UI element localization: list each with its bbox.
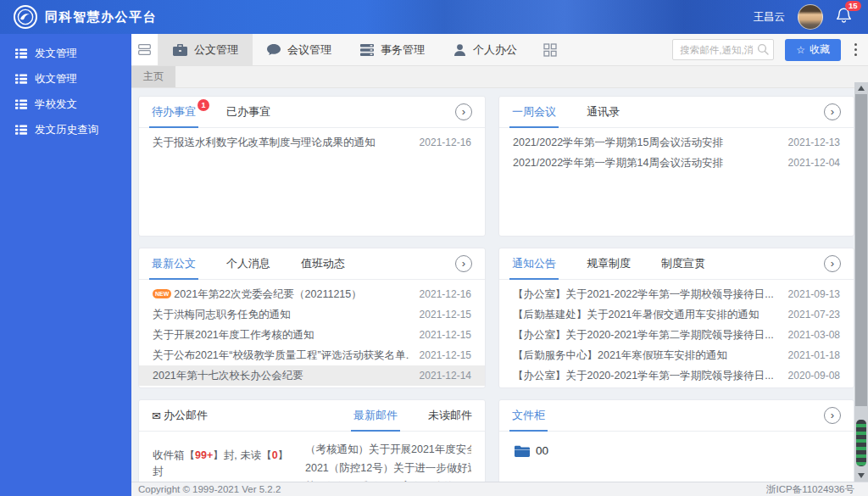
sidebar-item-school-docs[interactable]: 学校发文 bbox=[0, 92, 131, 117]
user-icon bbox=[453, 44, 466, 56]
icp-number: 浙ICP备11024936号 bbox=[766, 483, 854, 496]
tab-latest-mail[interactable]: 最新邮件 bbox=[353, 400, 398, 431]
new-badge: NEW bbox=[153, 289, 171, 298]
menu-list-icon bbox=[15, 99, 27, 109]
notices-more-button[interactable]: › bbox=[824, 255, 841, 272]
tab-weekly-meetings[interactable]: 一周会议 bbox=[512, 97, 556, 127]
list-item[interactable]: 关于报送水利数字化改革制度与理论成果的通知 2021-12-16 bbox=[139, 132, 485, 153]
module-tab-personal-office[interactable]: 个人办公 bbox=[439, 34, 531, 65]
list-item[interactable]: 【办公室】关于2020-2021学年第一学期院领导接待日... 2020-09-… bbox=[499, 365, 854, 386]
sidebar-item-incoming-docs[interactable]: 收文管理 bbox=[0, 66, 131, 92]
favorite-button[interactable]: ☆ 收藏 bbox=[785, 39, 841, 61]
inbox-count: 99+ bbox=[195, 449, 213, 461]
dashboard-content: 待办事宜 1 已办事宜 › 关于报送水利数字化改革制度与理论成果的通知 2021… bbox=[131, 88, 868, 496]
tab-contacts[interactable]: 通讯录 bbox=[587, 97, 620, 127]
list-item[interactable]: 【办公室】关于2020-2021学年第二学期院领导接待日... 2021-03-… bbox=[499, 325, 854, 345]
unread-count: 0 bbox=[272, 449, 278, 461]
favorite-button-label: 收藏 bbox=[810, 42, 830, 57]
list-item[interactable]: 【后勤服务中心】2021年寒假班车安排的通知 2021-01-18 bbox=[499, 345, 854, 365]
tab-todo-items[interactable]: 待办事宜 1 bbox=[152, 97, 196, 127]
sidebar-item-label: 收文管理 bbox=[35, 72, 77, 86]
list-item[interactable]: 关于公布2021年“校级教学质量工程”评选活动获奖名单... 2021-12-1… bbox=[139, 345, 485, 365]
tab-done-items[interactable]: 已办事宜 bbox=[226, 97, 270, 127]
meetings-more-button[interactable]: › bbox=[824, 103, 841, 120]
weekly-meetings-card: 一周会议 通讯录 › 2021/2022学年第一学期第15周会议活动安排 202… bbox=[498, 96, 854, 237]
folder-item[interactable]: 00 bbox=[515, 444, 838, 457]
search-icon[interactable] bbox=[757, 43, 769, 55]
server-stack-icon bbox=[360, 44, 374, 56]
more-apps-button[interactable] bbox=[531, 34, 569, 65]
chat-bubble-icon bbox=[267, 44, 281, 56]
module-tab-label: 事务管理 bbox=[381, 42, 425, 58]
page-tab-row: 主页 bbox=[131, 66, 868, 88]
user-name[interactable]: 王昌云 bbox=[754, 10, 786, 25]
notification-count-badge: 15 bbox=[845, 1, 861, 11]
tab-home[interactable]: 主页 bbox=[131, 66, 175, 87]
module-tab-label: 公文管理 bbox=[194, 42, 238, 58]
latest-docs-card: 最新公文 个人消息 值班动态 › NEW2021年第22次党委会纪要（20211… bbox=[138, 248, 486, 388]
todo-count-badge: 1 bbox=[198, 99, 209, 111]
todo-more-button[interactable]: › bbox=[455, 103, 472, 120]
module-tab-label: 会议管理 bbox=[287, 42, 331, 58]
tab-file-cabinet[interactable]: 文件柜 bbox=[512, 400, 545, 431]
top-header-bar: 同科智慧办公平台 王昌云 15 bbox=[0, 0, 868, 34]
module-tab-document-mgmt[interactable]: 公文管理 bbox=[159, 34, 253, 65]
menu-list-icon bbox=[15, 125, 27, 135]
list-item[interactable]: 2021/2022学年第一学期第15周会议活动安排 2021-12-13 bbox=[499, 132, 854, 153]
tab-latest-docs[interactable]: 最新公文 bbox=[152, 248, 196, 279]
sidebar-item-label: 发文管理 bbox=[35, 47, 77, 61]
list-item[interactable]: 【后勤基建处】关于2021年暑假交通用车安排的通知 2021-07-23 bbox=[499, 304, 854, 325]
latest-docs-more-button[interactable]: › bbox=[455, 255, 472, 272]
list-item[interactable]: NEW2021年第22次党委会纪要（20211215） 2021-12-16 bbox=[139, 284, 485, 304]
scrollbar-down-arrow-icon[interactable] bbox=[858, 473, 865, 478]
tab-personal-messages[interactable]: 个人消息 bbox=[226, 248, 270, 279]
mail-item[interactable]: （考核通知）关于开展2021年度安全生产暨... bbox=[305, 440, 471, 459]
mail-item[interactable]: 2021（防控12号）关于进一步做好近期校园... bbox=[305, 459, 471, 477]
notices-card: 通知公告 规章制度 制度宣贯 › 【办公室】关于2021-2022学年第一学期校… bbox=[498, 248, 854, 388]
mail-card-title: ✉ 办公邮件 bbox=[152, 408, 208, 423]
menu-list-icon bbox=[15, 74, 27, 84]
sidebar-item-outgoing-docs[interactable]: 发文管理 bbox=[0, 41, 131, 66]
sidebar-item-label: 发文历史查询 bbox=[35, 123, 98, 137]
footer: Copyright © 1999-2021 Ver 5.2.2 浙ICP备110… bbox=[131, 482, 868, 496]
grid-apps-icon bbox=[543, 43, 557, 57]
file-cabinet-more-button[interactable]: › bbox=[824, 407, 841, 424]
module-tab-label: 个人办公 bbox=[473, 42, 517, 58]
folder-label: 00 bbox=[536, 444, 548, 457]
vertical-scrollbar[interactable] bbox=[854, 82, 868, 482]
more-options-button[interactable] bbox=[852, 40, 860, 59]
module-tab-affairs-mgmt[interactable]: 事务管理 bbox=[346, 34, 439, 65]
notification-bell-button[interactable]: 15 bbox=[836, 7, 854, 27]
module-tab-meeting-mgmt[interactable]: 会议管理 bbox=[253, 34, 346, 65]
panel-icon bbox=[138, 44, 151, 55]
todo-card: 待办事宜 1 已办事宜 › 关于报送水利数字化改革制度与理论成果的通知 2021… bbox=[138, 96, 486, 237]
sidebar-item-label: 学校发文 bbox=[35, 98, 77, 112]
app-logo-icon bbox=[14, 5, 37, 29]
tab-policy-promotion[interactable]: 制度宣贯 bbox=[661, 248, 705, 279]
list-item[interactable]: 2021年第十七次校长办公会纪要 2021-12-14 bbox=[139, 365, 485, 386]
app-title: 同科智慧办公平台 bbox=[45, 9, 157, 25]
main-area: 公文管理 会议管理 事务管理 个人办公 bbox=[131, 34, 868, 496]
sidebar-item-doc-history[interactable]: 发文历史查询 bbox=[0, 117, 131, 142]
tab-regulations[interactable]: 规章制度 bbox=[587, 248, 631, 279]
list-item[interactable]: 2021/2022学年第一学期第14周会议活动安排 2021-12-04 bbox=[499, 153, 854, 173]
menu-list-icon bbox=[15, 48, 27, 59]
star-icon: ☆ bbox=[796, 44, 805, 56]
copyright-text: Copyright © 1999-2021 Ver 5.2.2 bbox=[138, 484, 281, 494]
user-avatar[interactable] bbox=[798, 4, 823, 30]
folder-icon bbox=[515, 445, 530, 457]
list-item[interactable]: 关于洪梅同志职务任免的通知 2021-12-15 bbox=[139, 304, 485, 325]
scrollbar-thumb[interactable] bbox=[855, 94, 867, 406]
briefcase-icon bbox=[173, 44, 187, 56]
envelope-icon: ✉ bbox=[152, 410, 161, 422]
scrollbar-up-arrow-icon[interactable] bbox=[858, 86, 865, 91]
list-item[interactable]: 【办公室】关于2021-2022学年第一学期校领导接待日... 2021-09-… bbox=[499, 284, 854, 304]
collapse-menu-button[interactable] bbox=[131, 34, 159, 65]
scrollbar-marker[interactable] bbox=[856, 420, 866, 466]
tab-duty-updates[interactable]: 值班动态 bbox=[301, 248, 345, 279]
list-item[interactable]: 关于开展2021年度工作考核的通知 2021-12-15 bbox=[139, 325, 485, 345]
tab-notices[interactable]: 通知公告 bbox=[512, 248, 556, 279]
module-bar: 公文管理 会议管理 事务管理 个人办公 bbox=[131, 34, 868, 66]
tab-unread-mail[interactable]: 未读邮件 bbox=[428, 400, 472, 431]
sidebar: 发文管理 收文管理 学校发文 发文历史查询 bbox=[0, 34, 131, 496]
